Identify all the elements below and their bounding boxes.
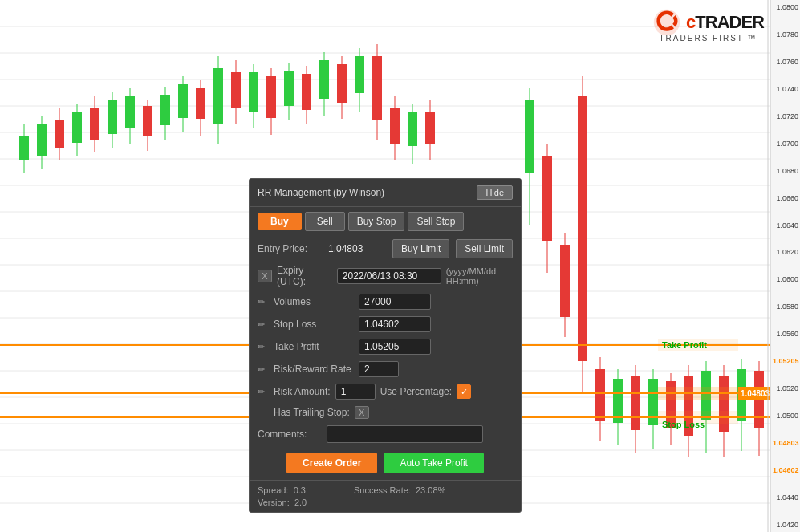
price-18: 1.04602: [773, 466, 798, 474]
auto-take-profit-button[interactable]: Auto Take Profit: [384, 453, 484, 473]
svg-rect-42: [213, 68, 223, 124]
take-profit-row: ✏ Take Profit: [250, 335, 521, 358]
panel-title: RR Management (by Winson): [258, 187, 384, 198]
logo-tagline: TRADERS FIRST ™: [660, 34, 757, 43]
svg-rect-26: [72, 112, 82, 143]
buy-stop-button[interactable]: Buy Stop: [348, 212, 405, 231]
svg-rect-70: [542, 156, 552, 241]
svg-rect-58: [355, 56, 364, 93]
svg-rect-99: [658, 387, 738, 400]
svg-rect-24: [55, 120, 64, 148]
svg-text:Stop Loss: Stop Loss: [662, 420, 705, 429]
entry-price-value: 1.04803: [328, 243, 363, 254]
svg-rect-62: [390, 108, 400, 144]
risk-amount-row: ✏ Risk Amount: Use Percentage: ✓: [250, 380, 521, 403]
footer-stats-row: Spread: 0.3 Success Rate: 23.08%: [258, 485, 513, 495]
price-3: 1.0760: [773, 58, 798, 66]
expiry-label: Expiry (UTC):: [277, 265, 332, 287]
expiry-row: X Expiry (UTC): (yyyy/MM/dd HH:mm): [250, 262, 521, 290]
comments-row: Comments:: [250, 422, 521, 446]
svg-rect-76: [595, 369, 605, 421]
rr-pencil-icon[interactable]: ✏: [258, 364, 269, 375]
volumes-pencil-icon[interactable]: ✏: [258, 297, 269, 307]
price-10: 1.0620: [773, 248, 798, 256]
entry-price-row: Entry Price: 1.04803 Buy Limit Sell Limi…: [250, 236, 521, 262]
take-profit-pencil-icon[interactable]: ✏: [258, 342, 269, 352]
take-profit-label: Take Profit: [274, 341, 354, 352]
use-percentage-label: Use Percentage:: [380, 386, 452, 397]
volumes-label: Volumes: [274, 296, 354, 307]
logo-text: cTRADER: [686, 12, 764, 33]
version-value: 2.0: [294, 497, 307, 507]
comments-input[interactable]: [327, 425, 483, 443]
price-4: 1.0740: [773, 85, 798, 93]
trailing-stop-label: Has Trailing Stop:: [274, 407, 350, 418]
svg-rect-22: [37, 124, 47, 156]
price-9: 1.0640: [773, 221, 798, 229]
price-15: 1.0520: [773, 384, 798, 392]
svg-rect-72: [560, 245, 570, 317]
svg-rect-52: [302, 74, 311, 110]
price-2: 1.0780: [773, 30, 798, 39]
price-17: 1.04803: [773, 439, 798, 447]
price-5: 1.0720: [773, 112, 798, 120]
price-6: 1.0700: [773, 140, 798, 148]
action-buttons-row: Create Order Auto Take Profit: [250, 446, 521, 480]
svg-rect-50: [284, 71, 294, 106]
price-19: 1.0440: [773, 493, 798, 502]
price-20: 1.0420: [773, 521, 798, 529]
risk-amount-label: Risk Amount:: [274, 386, 331, 397]
stop-loss-label: Stop Loss: [274, 319, 354, 330]
logo-c: c: [686, 12, 695, 32]
trailing-stop-x-icon[interactable]: X: [355, 406, 369, 419]
svg-rect-40: [196, 88, 205, 119]
sell-stop-button[interactable]: Sell Stop: [408, 212, 464, 231]
stop-loss-input[interactable]: [359, 316, 431, 332]
svg-rect-64: [408, 112, 417, 146]
hide-button[interactable]: Hide: [477, 185, 513, 200]
price-7: 1.0680: [773, 167, 798, 175]
logo-trader: TRADER: [695, 12, 764, 32]
rr-rate-label: Risk/Reward Rate: [274, 363, 354, 375]
sell-limit-button[interactable]: Sell Limit: [456, 239, 513, 258]
success-label: Success Rate:: [354, 485, 411, 495]
price-13: 1.0560: [773, 330, 798, 338]
sell-button[interactable]: Sell: [305, 212, 345, 231]
expiry-x-icon[interactable]: X: [258, 270, 272, 282]
success-info: Success Rate: 23.08%: [354, 485, 445, 495]
svg-rect-78: [613, 379, 623, 423]
comments-label: Comments:: [258, 428, 322, 440]
stop-loss-pencil-icon[interactable]: ✏: [258, 319, 269, 330]
rr-rate-input[interactable]: [359, 361, 399, 377]
svg-rect-46: [249, 72, 258, 112]
use-percentage-checkbox[interactable]: ✓: [457, 384, 471, 399]
svg-rect-82: [648, 379, 658, 425]
spread-value: 0.3: [294, 485, 306, 495]
risk-pencil-icon[interactable]: ✏: [258, 387, 269, 397]
buy-limit-button[interactable]: Buy Limit: [392, 239, 449, 258]
svg-text:Take Profit: Take Profit: [662, 340, 707, 350]
svg-rect-36: [160, 95, 170, 125]
svg-rect-68: [525, 100, 534, 173]
stop-loss-row: ✏ Stop Loss: [250, 313, 521, 335]
order-type-row: Buy Sell Buy Stop Sell Stop: [250, 207, 521, 236]
take-profit-input[interactable]: [359, 339, 431, 355]
price-16: 1.0500: [773, 412, 798, 420]
version-row: Version: 2.0: [258, 497, 513, 507]
version-label: Version:: [258, 497, 290, 507]
price-14: 1.05205: [773, 357, 798, 365]
expiry-input[interactable]: [337, 268, 441, 284]
svg-rect-38: [178, 84, 188, 118]
create-order-button[interactable]: Create Order: [286, 453, 377, 473]
svg-rect-28: [90, 108, 99, 140]
ctrader-icon: [652, 8, 681, 37]
volumes-input[interactable]: [359, 294, 431, 310]
buy-button[interactable]: Buy: [258, 213, 302, 230]
volumes-row: ✏ Volumes: [250, 290, 521, 313]
svg-text:1.04803: 1.04803: [741, 389, 770, 398]
risk-amount-input[interactable]: [335, 384, 376, 400]
svg-rect-44: [231, 72, 241, 108]
price-11: 1.0600: [773, 275, 798, 283]
svg-rect-74: [578, 96, 587, 361]
ctrader-logo: cTRADER TRADERS FIRST ™: [652, 8, 764, 43]
